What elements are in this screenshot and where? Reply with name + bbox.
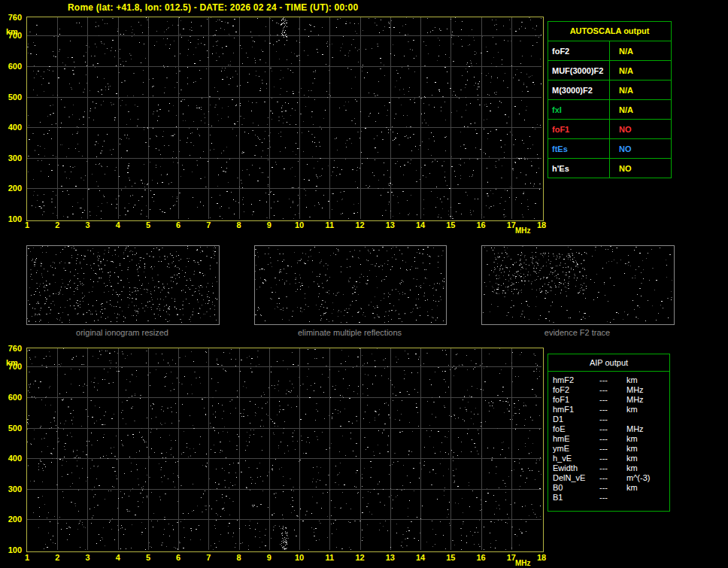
aip-row-label: B1 xyxy=(553,493,599,503)
x-axis-bottom: 123456789101112131415161718 xyxy=(27,553,541,563)
aip-table: AIP output hmF2---kmfoF2---MHzfoF1---MHz… xyxy=(548,354,670,512)
aip-row-label: ymE xyxy=(553,444,599,454)
aip-row: ymE---km xyxy=(553,444,669,454)
x-tick-label: 14 xyxy=(416,220,425,229)
x-axis-top: 123456789101112131415161718 xyxy=(27,220,541,231)
autoscala-row: h'EsNO xyxy=(548,159,671,178)
autoscala-table-body: foF2N/AMUF(3000)F2N/AM(3000)F2N/AfxIN/Af… xyxy=(548,41,671,178)
x-tick-label: 13 xyxy=(386,220,395,229)
panel-caption-original: original ionogram resized xyxy=(26,328,218,337)
autoscala-table: AUTOSCALA output foF2N/AMUF(3000)F2N/AM(… xyxy=(548,21,672,178)
aip-row-label: foF2 xyxy=(553,385,599,395)
panel-eliminate-reflections xyxy=(254,245,447,325)
panel-canvas-evidence xyxy=(482,246,672,323)
y-tick-label: 200 xyxy=(0,184,23,193)
y-tick-label: 500 xyxy=(0,424,23,433)
aip-row-label: B0 xyxy=(553,483,599,493)
aip-row: hmF2---km xyxy=(553,375,669,385)
x-tick-label: 14 xyxy=(416,553,425,562)
aip-table-body: hmF2---kmfoF2---MHzfoF1---MHzhmF1---kmD1… xyxy=(548,372,669,503)
autoscala-row: fxIN/A xyxy=(548,100,671,120)
y-tick-label: 400 xyxy=(0,123,23,132)
aip-row: Ewidth---km xyxy=(553,463,669,473)
aip-row-unit: m^(-3) xyxy=(626,473,669,483)
x-tick-label: 15 xyxy=(446,553,455,562)
autoscala-row-value: N/A xyxy=(610,41,671,60)
ionogram-canvas-bottom xyxy=(27,348,541,550)
aip-row: B0---km xyxy=(553,483,669,493)
aip-row-value: --- xyxy=(599,424,626,434)
ionogram-plot-top xyxy=(26,17,544,221)
panel-evidence-f2 xyxy=(481,245,675,325)
y-tick-label: 100 xyxy=(0,214,23,223)
y-tick-label: 300 xyxy=(0,153,23,163)
x-tick-label: 12 xyxy=(355,220,364,229)
autoscala-row-value: N/A xyxy=(610,100,671,119)
aip-row-value: --- xyxy=(599,473,626,483)
aip-row-value: --- xyxy=(599,375,626,385)
autoscala-table-header: AUTOSCALA output xyxy=(548,22,671,41)
autoscala-row-label: ftEs xyxy=(548,139,610,158)
x-axis-unit-top: MHz xyxy=(515,226,531,235)
ionogram-plot-bottom xyxy=(26,348,544,552)
x-tick-label: 16 xyxy=(476,553,485,562)
y-tick-label: 600 xyxy=(0,62,23,71)
panel-canvas-reflections xyxy=(255,246,444,323)
aip-row-value: --- xyxy=(599,444,626,454)
autoscala-row: ftEsNO xyxy=(548,139,671,159)
x-tick-label: 16 xyxy=(476,220,485,229)
autoscala-row-value: NO xyxy=(610,159,671,178)
aip-row: D1--- xyxy=(553,415,669,424)
x-tick-label: 13 xyxy=(386,553,395,562)
autoscala-row-label: h'Es xyxy=(548,159,610,178)
panel-original-ionogram xyxy=(26,245,220,325)
aip-row-unit: MHz xyxy=(626,385,669,395)
aip-row-value: --- xyxy=(599,454,626,463)
y-axis-top: 760700600500400300200100 xyxy=(0,17,23,219)
aip-row-unit: MHz xyxy=(626,424,669,434)
aip-row-label: hmF2 xyxy=(553,375,599,385)
x-tick-label: 3 xyxy=(85,220,89,229)
x-tick-label: 7 xyxy=(206,220,211,229)
aip-row-unit: km xyxy=(626,444,669,454)
panel-caption-reflections: eliminate multiple reflections xyxy=(254,328,445,337)
x-tick-label: 5 xyxy=(146,553,150,562)
y-tick-label: 200 xyxy=(0,515,23,524)
autoscala-screen: Rome (lat: +41.8, lon: 012.5) - DATE: 20… xyxy=(0,0,728,568)
x-tick-label: 10 xyxy=(295,553,304,562)
y-tick-label: 300 xyxy=(0,484,23,494)
aip-row-label: D1 xyxy=(553,415,599,424)
aip-row: B1--- xyxy=(553,493,669,503)
y-tick-label: 760 xyxy=(0,344,23,353)
aip-row-label: hmF1 xyxy=(553,405,599,415)
y-axis-unit-bottom: km xyxy=(6,358,18,367)
x-tick-label: 11 xyxy=(326,553,335,562)
autoscala-row-value: N/A xyxy=(610,61,671,80)
autoscala-row-label: foF1 xyxy=(548,120,610,138)
autoscala-row: MUF(3000)F2N/A xyxy=(548,61,671,80)
aip-row-value: --- xyxy=(599,493,626,503)
panel-caption-evidence: evidence F2 trace xyxy=(481,328,673,337)
aip-row: hmE---km xyxy=(553,434,669,444)
aip-row-label: hmE xyxy=(553,434,599,444)
aip-row-unit: km xyxy=(626,483,669,493)
autoscala-row: foF2N/A xyxy=(548,41,671,61)
aip-row-unit: km xyxy=(626,463,669,473)
aip-row-value: --- xyxy=(599,415,626,424)
autoscala-row-value: NO xyxy=(610,139,671,158)
x-tick-label: 6 xyxy=(176,553,180,562)
aip-row-value: --- xyxy=(599,385,626,395)
x-tick-label: 8 xyxy=(237,553,241,562)
x-tick-label: 15 xyxy=(446,220,455,229)
x-tick-label: 7 xyxy=(206,553,211,562)
x-tick-label: 11 xyxy=(326,220,335,229)
aip-row-label: h_vE xyxy=(553,454,599,463)
y-axis-bottom: 760700600500400300200100 xyxy=(0,348,23,550)
y-axis-unit-top: km xyxy=(6,27,18,36)
aip-row-value: --- xyxy=(599,434,626,444)
autoscala-row-label: fxI xyxy=(548,100,610,119)
autoscala-row-label: MUF(3000)F2 xyxy=(548,61,610,80)
aip-row: hmF1---km xyxy=(553,405,669,415)
aip-row-label: foF1 xyxy=(553,395,599,405)
x-tick-label: 2 xyxy=(55,220,59,229)
